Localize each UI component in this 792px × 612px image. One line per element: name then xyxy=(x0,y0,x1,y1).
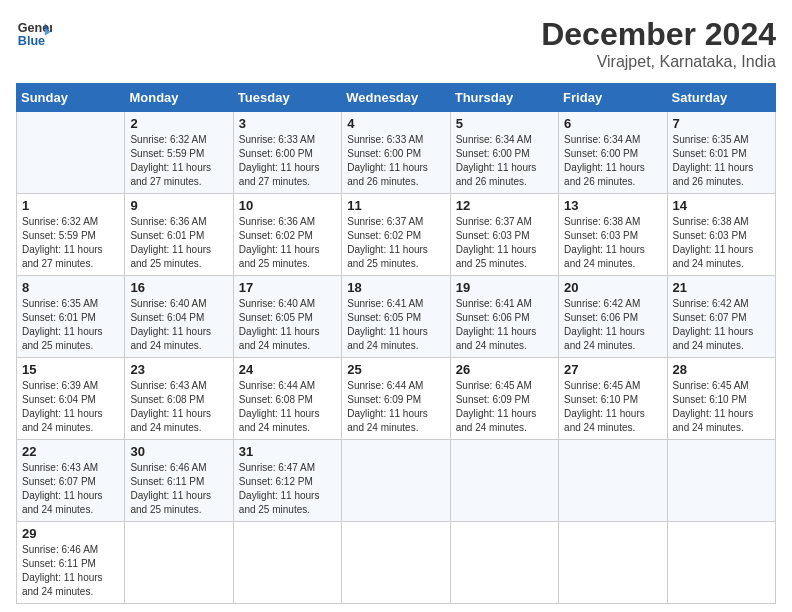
day-detail: Sunrise: 6:40 AMSunset: 6:05 PMDaylight:… xyxy=(239,298,320,351)
empty-cell xyxy=(667,440,775,522)
empty-cell xyxy=(559,440,667,522)
day-cell-1: 1 Sunrise: 6:32 AMSunset: 5:59 PMDayligh… xyxy=(17,194,125,276)
day-number: 20 xyxy=(564,280,661,295)
day-detail: Sunrise: 6:45 AMSunset: 6:10 PMDaylight:… xyxy=(673,380,754,433)
day-number: 10 xyxy=(239,198,336,213)
day-cell-7: 7 Sunrise: 6:35 AMSunset: 6:01 PMDayligh… xyxy=(667,112,775,194)
day-detail: Sunrise: 6:35 AMSunset: 6:01 PMDaylight:… xyxy=(22,298,103,351)
month-title: December 2024 xyxy=(541,16,776,53)
day-cell-10: 10 Sunrise: 6:36 AMSunset: 6:02 PMDaylig… xyxy=(233,194,341,276)
day-detail: Sunrise: 6:39 AMSunset: 6:04 PMDaylight:… xyxy=(22,380,103,433)
day-detail: Sunrise: 6:44 AMSunset: 6:08 PMDaylight:… xyxy=(239,380,320,433)
day-number: 29 xyxy=(22,526,119,541)
day-cell-13: 13 Sunrise: 6:38 AMSunset: 6:03 PMDaylig… xyxy=(559,194,667,276)
day-cell-15: 15 Sunrise: 6:39 AMSunset: 6:04 PMDaylig… xyxy=(17,358,125,440)
day-cell-5: 5 Sunrise: 6:34 AMSunset: 6:00 PMDayligh… xyxy=(450,112,558,194)
day-number: 13 xyxy=(564,198,661,213)
day-detail: Sunrise: 6:37 AMSunset: 6:02 PMDaylight:… xyxy=(347,216,428,269)
day-number: 2 xyxy=(130,116,227,131)
day-cell-14: 14 Sunrise: 6:38 AMSunset: 6:03 PMDaylig… xyxy=(667,194,775,276)
empty-cell xyxy=(233,522,341,604)
calendar-row-5: 29 Sunrise: 6:46 AMSunset: 6:11 PMDaylig… xyxy=(17,522,776,604)
empty-cell xyxy=(559,522,667,604)
day-cell-2: 2 Sunrise: 6:32 AMSunset: 5:59 PMDayligh… xyxy=(125,112,233,194)
day-detail: Sunrise: 6:40 AMSunset: 6:04 PMDaylight:… xyxy=(130,298,211,351)
day-number: 11 xyxy=(347,198,444,213)
day-number: 18 xyxy=(347,280,444,295)
header-tuesday: Tuesday xyxy=(233,84,341,112)
empty-cell xyxy=(667,522,775,604)
day-number: 8 xyxy=(22,280,119,295)
day-number: 19 xyxy=(456,280,553,295)
header-monday: Monday xyxy=(125,84,233,112)
day-number: 22 xyxy=(22,444,119,459)
empty-cell xyxy=(17,112,125,194)
day-number: 16 xyxy=(130,280,227,295)
day-cell-19: 19 Sunrise: 6:41 AMSunset: 6:06 PMDaylig… xyxy=(450,276,558,358)
day-number: 21 xyxy=(673,280,770,295)
day-number: 24 xyxy=(239,362,336,377)
day-number: 12 xyxy=(456,198,553,213)
day-detail: Sunrise: 6:43 AMSunset: 6:07 PMDaylight:… xyxy=(22,462,103,515)
page-header: General Blue December 2024 Virajpet, Kar… xyxy=(16,16,776,71)
day-cell-3: 3 Sunrise: 6:33 AMSunset: 6:00 PMDayligh… xyxy=(233,112,341,194)
day-detail: Sunrise: 6:37 AMSunset: 6:03 PMDaylight:… xyxy=(456,216,537,269)
day-detail: Sunrise: 6:46 AMSunset: 6:11 PMDaylight:… xyxy=(130,462,211,515)
day-number: 26 xyxy=(456,362,553,377)
day-number: 14 xyxy=(673,198,770,213)
day-cell-25: 25 Sunrise: 6:44 AMSunset: 6:09 PMDaylig… xyxy=(342,358,450,440)
day-cell-11: 11 Sunrise: 6:37 AMSunset: 6:02 PMDaylig… xyxy=(342,194,450,276)
day-cell-4: 4 Sunrise: 6:33 AMSunset: 6:00 PMDayligh… xyxy=(342,112,450,194)
day-detail: Sunrise: 6:41 AMSunset: 6:06 PMDaylight:… xyxy=(456,298,537,351)
day-cell-20: 20 Sunrise: 6:42 AMSunset: 6:06 PMDaylig… xyxy=(559,276,667,358)
day-detail: Sunrise: 6:41 AMSunset: 6:05 PMDaylight:… xyxy=(347,298,428,351)
day-detail: Sunrise: 6:32 AMSunset: 5:59 PMDaylight:… xyxy=(130,134,211,187)
day-cell-24: 24 Sunrise: 6:44 AMSunset: 6:08 PMDaylig… xyxy=(233,358,341,440)
day-detail: Sunrise: 6:47 AMSunset: 6:12 PMDaylight:… xyxy=(239,462,320,515)
calendar-row-4: 22 Sunrise: 6:43 AMSunset: 6:07 PMDaylig… xyxy=(17,440,776,522)
day-number: 28 xyxy=(673,362,770,377)
day-number: 9 xyxy=(130,198,227,213)
day-number: 30 xyxy=(130,444,227,459)
day-number: 7 xyxy=(673,116,770,131)
day-cell-28: 28 Sunrise: 6:45 AMSunset: 6:10 PMDaylig… xyxy=(667,358,775,440)
calendar-row-2: 8 Sunrise: 6:35 AMSunset: 6:01 PMDayligh… xyxy=(17,276,776,358)
day-detail: Sunrise: 6:42 AMSunset: 6:06 PMDaylight:… xyxy=(564,298,645,351)
location: Virajpet, Karnataka, India xyxy=(541,53,776,71)
day-cell-16: 16 Sunrise: 6:40 AMSunset: 6:04 PMDaylig… xyxy=(125,276,233,358)
svg-text:Blue: Blue xyxy=(18,34,45,48)
title-block: December 2024 Virajpet, Karnataka, India xyxy=(541,16,776,71)
day-detail: Sunrise: 6:32 AMSunset: 5:59 PMDaylight:… xyxy=(22,216,103,269)
day-number: 3 xyxy=(239,116,336,131)
day-detail: Sunrise: 6:34 AMSunset: 6:00 PMDaylight:… xyxy=(456,134,537,187)
day-detail: Sunrise: 6:36 AMSunset: 6:01 PMDaylight:… xyxy=(130,216,211,269)
day-number: 6 xyxy=(564,116,661,131)
day-number: 5 xyxy=(456,116,553,131)
header-sunday: Sunday xyxy=(17,84,125,112)
day-detail: Sunrise: 6:43 AMSunset: 6:08 PMDaylight:… xyxy=(130,380,211,433)
day-detail: Sunrise: 6:42 AMSunset: 6:07 PMDaylight:… xyxy=(673,298,754,351)
day-cell-17: 17 Sunrise: 6:40 AMSunset: 6:05 PMDaylig… xyxy=(233,276,341,358)
day-detail: Sunrise: 6:45 AMSunset: 6:10 PMDaylight:… xyxy=(564,380,645,433)
day-cell-27: 27 Sunrise: 6:45 AMSunset: 6:10 PMDaylig… xyxy=(559,358,667,440)
day-cell-12: 12 Sunrise: 6:37 AMSunset: 6:03 PMDaylig… xyxy=(450,194,558,276)
day-number: 4 xyxy=(347,116,444,131)
logo-icon: General Blue xyxy=(16,16,52,52)
day-number: 27 xyxy=(564,362,661,377)
day-detail: Sunrise: 6:44 AMSunset: 6:09 PMDaylight:… xyxy=(347,380,428,433)
day-number: 17 xyxy=(239,280,336,295)
header-row: SundayMondayTuesdayWednesdayThursdayFrid… xyxy=(17,84,776,112)
day-detail: Sunrise: 6:38 AMSunset: 6:03 PMDaylight:… xyxy=(673,216,754,269)
day-detail: Sunrise: 6:33 AMSunset: 6:00 PMDaylight:… xyxy=(347,134,428,187)
day-detail: Sunrise: 6:35 AMSunset: 6:01 PMDaylight:… xyxy=(673,134,754,187)
day-cell-23: 23 Sunrise: 6:43 AMSunset: 6:08 PMDaylig… xyxy=(125,358,233,440)
logo: General Blue xyxy=(16,16,52,52)
day-detail: Sunrise: 6:45 AMSunset: 6:09 PMDaylight:… xyxy=(456,380,537,433)
day-cell-22: 22 Sunrise: 6:43 AMSunset: 6:07 PMDaylig… xyxy=(17,440,125,522)
day-detail: Sunrise: 6:38 AMSunset: 6:03 PMDaylight:… xyxy=(564,216,645,269)
day-detail: Sunrise: 6:33 AMSunset: 6:00 PMDaylight:… xyxy=(239,134,320,187)
header-friday: Friday xyxy=(559,84,667,112)
day-number: 15 xyxy=(22,362,119,377)
day-detail: Sunrise: 6:46 AMSunset: 6:11 PMDaylight:… xyxy=(22,544,103,597)
day-cell-9: 9 Sunrise: 6:36 AMSunset: 6:01 PMDayligh… xyxy=(125,194,233,276)
